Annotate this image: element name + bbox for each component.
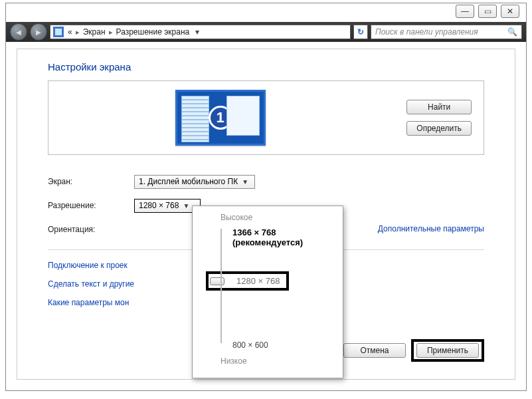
orientation-label: Ориентация: <box>48 225 134 234</box>
back-button[interactable]: ◄ <box>10 23 27 41</box>
screen-label: Экран: <box>48 177 134 186</box>
search-input[interactable]: Поиск в панели управления 🔍 <box>371 25 522 39</box>
resolution-recommended[interactable]: 1366 × 768 (рекомендуется) <box>232 227 335 247</box>
maximize-button[interactable]: ▭ <box>478 5 497 18</box>
resolution-current-highlight: 1280 × 768 <box>206 271 289 291</box>
screen-select-value: 1. Дисплей мобильного ПК <box>139 177 238 186</box>
refresh-button[interactable]: ↻ <box>353 25 368 39</box>
navbar: ◄ ► « ▸ Экран ▸ Разрешение экрана ▾ ↻ По… <box>6 22 526 42</box>
apply-button-highlight: Применить <box>411 339 484 362</box>
identify-button[interactable]: Определить <box>406 121 472 136</box>
resolution-select[interactable]: 1280 × 768 ▼ <box>134 199 201 213</box>
monitor-preview[interactable]: 1 <box>175 90 266 146</box>
search-icon: 🔍 <box>507 27 517 37</box>
forward-button[interactable]: ► <box>30 23 47 41</box>
projector-link-text: Подключение к проек <box>48 261 128 270</box>
resolution-label: Разрешение: <box>48 201 134 210</box>
apply-button[interactable]: Применить <box>416 343 479 358</box>
minimize-button[interactable]: — <box>456 5 474 18</box>
chevron-down-icon: ▼ <box>183 202 189 209</box>
resolution-low-label: Низкое <box>221 356 247 366</box>
control-panel-icon <box>53 27 64 37</box>
address-dropdown-icon[interactable]: ▾ <box>192 27 203 37</box>
resolution-current-value: 1280 × 768 <box>236 276 280 286</box>
detect-button[interactable]: Найти <box>406 100 472 114</box>
monitor-number-badge: 1 <box>209 106 232 130</box>
window-frame: — ▭ ✕ ◄ ► « ▸ Экран ▸ Разрешение экрана … <box>5 3 527 391</box>
breadcrumb-item[interactable]: Разрешение экрана <box>116 27 190 37</box>
chevron-right-icon: ▸ <box>109 28 113 37</box>
close-button[interactable]: ✕ <box>501 5 519 18</box>
chevron-down-icon: ▼ <box>242 178 248 186</box>
display-preview-box: 1 Найти Определить <box>48 80 484 155</box>
resolution-high-label: Высокое <box>221 213 335 222</box>
resolution-select-value: 1280 × 768 <box>139 201 179 210</box>
resolution-popup: Высокое 1366 × 768 (рекомендуется) 1280 … <box>192 205 343 378</box>
cancel-button[interactable]: Отмена <box>343 343 406 358</box>
window-controls: — ▭ ✕ <box>456 5 519 18</box>
resolution-low-value[interactable]: 800 × 600 <box>232 340 268 350</box>
address-bar[interactable]: « ▸ Экран ▸ Разрешение экрана ▾ <box>50 25 351 39</box>
breadcrumb-prefix: « <box>68 27 72 37</box>
breadcrumb-item[interactable]: Экран <box>83 27 106 37</box>
page-title: Настройки экрана <box>48 61 484 72</box>
screen-select[interactable]: 1. Дисплей мобильного ПК ▼ <box>134 175 255 189</box>
resolution-slider-track[interactable] <box>221 229 222 343</box>
resolution-slider-thumb[interactable] <box>210 277 224 285</box>
chevron-right-icon: ▸ <box>76 28 80 37</box>
search-placeholder: Поиск в панели управления <box>375 27 478 37</box>
